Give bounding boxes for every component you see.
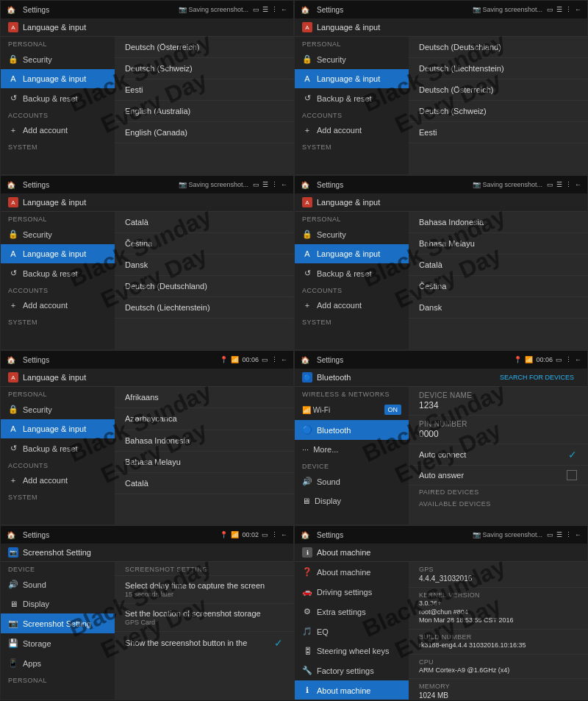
sidebar-item-backup[interactable]: ↺ Backup & reset	[295, 263, 409, 283]
sidebar-item-add-account[interactable]: + Add account	[295, 296, 409, 315]
auto-answer-check[interactable]	[567, 470, 577, 480]
back-icon[interactable]: ←	[575, 356, 581, 363]
home-icon[interactable]: 🏠	[301, 6, 309, 14]
list-item[interactable]: Deutsch (Österreich)	[115, 37, 293, 58]
list-item[interactable]: Deutsch (Deutschland)	[409, 37, 587, 58]
list-item[interactable]: Bahasa Indonesia	[115, 430, 293, 452]
list-item[interactable]: Bahasa Melayu	[115, 452, 293, 473]
list-item[interactable]: Eesti	[409, 122, 587, 143]
list-item[interactable]: Bahasa Indonesia	[409, 212, 587, 233]
sidebar-item-sound[interactable]: 🔊 Sound	[295, 472, 409, 491]
sidebar-item-factory[interactable]: 🔧 Factory settings	[295, 661, 409, 680]
home-icon[interactable]: 🏠	[7, 356, 15, 364]
list-item[interactable]: Čeština	[409, 276, 587, 297]
sidebar-item-apps[interactable]: 📱 Apps	[1, 653, 115, 673]
sidebar-item-add-account[interactable]: + Add account	[1, 471, 115, 490]
sidebar-item-driving[interactable]: 🚗 Driving settings	[295, 582, 409, 602]
sidebar-item-wifi[interactable]: 📶 Wi-Fi ON	[295, 399, 409, 420]
list-item[interactable]: Deutsch (Liechtenstein)	[409, 58, 587, 79]
sidebar-item-backup[interactable]: ↺ Backup & reset	[1, 88, 115, 108]
list-item[interactable]: Dansk	[115, 255, 293, 276]
menu-icon[interactable]: ⋮	[565, 6, 572, 13]
menu-icon[interactable]: ⋮	[271, 356, 278, 363]
sidebar-item-security[interactable]: 🔒 Security	[1, 49, 115, 69]
sidebar-item-sound[interactable]: 🔊 Sound	[1, 574, 115, 594]
list-item[interactable]: English (Canada)	[115, 122, 293, 143]
ss-button-item[interactable]: Show the screenshot button in the ✓	[115, 632, 293, 654]
list-item[interactable]: Eesti	[115, 79, 293, 101]
sidebar-item-bluetooth[interactable]: 🔵 Bluetooth	[295, 420, 409, 440]
back-icon[interactable]: ←	[575, 6, 581, 13]
ss-delay-item[interactable]: Select delay time to capture the screen …	[115, 576, 293, 604]
wifi-icon: 📶	[231, 356, 239, 363]
sidebar-item-add-account[interactable]: + Add account	[295, 121, 409, 140]
home-icon[interactable]: 🏠	[7, 531, 15, 539]
ss-location-item[interactable]: Set the location of screenshot storage G…	[115, 604, 293, 632]
list-item[interactable]: Azərbaycanca	[115, 408, 293, 430]
search-for-devices-label[interactable]: SEARCH FOR DEVICES	[500, 374, 574, 381]
home-icon[interactable]: 🏠	[7, 6, 15, 14]
back-icon[interactable]: ←	[575, 531, 581, 538]
bluetooth-icon: 🔵	[302, 425, 312, 435]
gps-label: GPS	[419, 566, 577, 573]
auto-connect-check[interactable]: ✓	[568, 449, 577, 460]
sidebar-item-language[interactable]: A Language & input	[295, 69, 409, 88]
list-item[interactable]: Deutsch (Deutschland)	[115, 276, 293, 297]
ss-check-icon[interactable]: ✓	[274, 637, 283, 649]
sidebar-item-more[interactable]: ··· More...	[295, 440, 409, 459]
back-icon[interactable]: ←	[281, 6, 287, 13]
sidebar-item-steering[interactable]: 🎛 Steering wheel keys	[295, 641, 409, 661]
list-item[interactable]: Dansk	[409, 297, 587, 319]
sidebar-item-security[interactable]: 🔒 Security	[1, 399, 115, 419]
sidebar-item-display[interactable]: 🖥 Display	[1, 594, 115, 613]
list-item[interactable]: Bahasa Melayu	[409, 233, 587, 255]
sidebar-item-eq[interactable]: 🎵 EQ	[295, 622, 409, 641]
sidebar-item-about-top[interactable]: ❓ About machine	[295, 562, 409, 582]
sidebar-item-extra[interactable]: ⚙ Extra settings	[295, 602, 409, 622]
sidebar-item-add-account[interactable]: + Add account	[1, 121, 115, 140]
sidebar-item-display[interactable]: 🖥 Display	[295, 491, 409, 510]
sidebar-item-storage[interactable]: 💾 Storage	[1, 633, 115, 653]
home-icon[interactable]: 🏠	[301, 531, 309, 539]
back-icon[interactable]: ←	[281, 356, 287, 363]
sidebar-item-language[interactable]: A Language & input	[1, 419, 115, 438]
home-icon[interactable]: 🏠	[301, 181, 309, 189]
wifi-toggle[interactable]: ON	[384, 405, 402, 415]
list-item[interactable]: Deutsch (Liechtenstein)	[115, 297, 293, 319]
list-item[interactable]: Deutsch (Schweiz)	[115, 58, 293, 79]
list-item[interactable]: Deutsch (Schweiz)	[409, 101, 587, 122]
sidebar-item-security[interactable]: 🔒 Security	[1, 224, 115, 244]
sidebar-item-add-account[interactable]: + Add account	[1, 296, 115, 315]
list-item[interactable]: Deutsch (Österreich)	[409, 79, 587, 101]
list-item[interactable]: Català	[409, 255, 587, 276]
sidebar-item-language[interactable]: A Language & input	[295, 244, 409, 263]
menu-icon[interactable]: ⋮	[565, 181, 572, 188]
sidebar-item-language[interactable]: A Language & input	[1, 244, 115, 263]
sidebar-item-language[interactable]: A Language & input	[1, 69, 115, 88]
menu-icon[interactable]: ⋮	[565, 531, 572, 538]
list-item[interactable]: English (Australia)	[115, 101, 293, 122]
list-item[interactable]: Afrikaans	[115, 387, 293, 408]
back-icon[interactable]: ←	[575, 181, 581, 188]
sidebar-item-about-bottom[interactable]: ℹ About machine	[295, 680, 409, 700]
home-icon[interactable]: 🏠	[301, 356, 309, 364]
sidebar-item-backup[interactable]: ↺ Backup & reset	[295, 88, 409, 108]
list-item[interactable]: Català	[115, 212, 293, 233]
signal-icon: ☰	[556, 6, 562, 13]
back-icon[interactable]: ←	[281, 531, 287, 538]
menu-icon[interactable]: ⋮	[271, 531, 278, 538]
list-item[interactable]: Català	[115, 473, 293, 494]
menu-icon[interactable]: ⋮	[271, 6, 278, 13]
back-icon[interactable]: ←	[281, 181, 287, 188]
home-icon[interactable]: 🏠	[7, 181, 15, 189]
sidebar-item-security[interactable]: 🔒 Security	[295, 49, 409, 69]
list-item[interactable]: Čeština	[115, 233, 293, 255]
backup-icon: ↺	[302, 268, 312, 278]
sidebar-item-backup[interactable]: ↺ Backup & reset	[1, 263, 115, 283]
menu-icon[interactable]: ⋮	[565, 356, 572, 363]
sidebar-item-backup[interactable]: ↺ Backup & reset	[1, 438, 115, 458]
menu-icon[interactable]: ⋮	[271, 181, 278, 188]
sidebar-label: Steering wheel keys	[317, 647, 389, 655]
sidebar-item-security[interactable]: 🔒 Security	[295, 224, 409, 244]
sidebar-item-screenshot[interactable]: 📷 Screenshot Setting	[1, 613, 115, 633]
